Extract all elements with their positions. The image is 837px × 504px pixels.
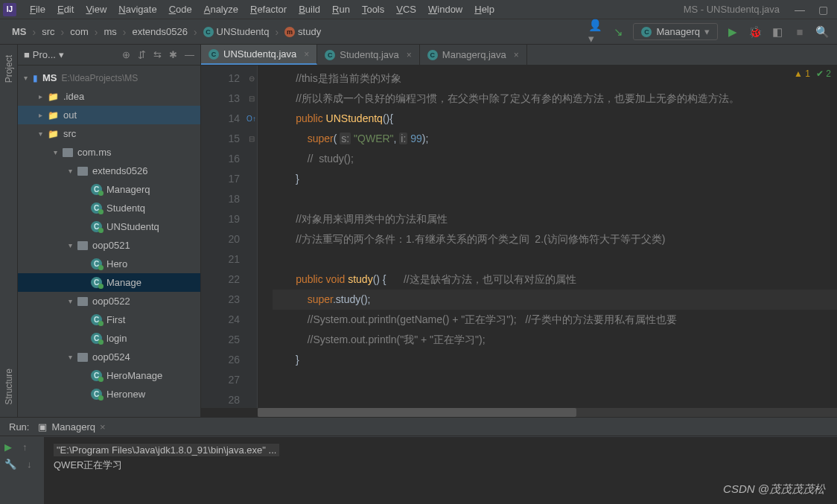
watermark: CSDN @茂茂茂茂松 <box>723 482 825 497</box>
tab-UNStudentq-java[interactable]: CUNStudentq.java× <box>201 45 317 65</box>
expand-icon[interactable]: ⇵ <box>138 49 146 60</box>
maximize-icon[interactable]: ▢ <box>818 4 828 16</box>
inspection-status[interactable]: ▲ 1 ✔ 2 <box>794 68 831 79</box>
locate-icon[interactable]: ⊕ <box>122 49 130 60</box>
editor-tabs: CUNStudentq.java×CStudentq.java×CManager… <box>201 45 837 66</box>
tree-src[interactable]: ▾📁src <box>18 124 200 143</box>
tree-oop0522[interactable]: ▾oop0522 <box>18 292 200 310</box>
tab-Studentq-java[interactable]: CStudentq.java× <box>317 45 420 65</box>
run-panel: ▶ ↑ 🔧 ↓ "E:\Program Files\Java\jdk1.8.0_… <box>0 436 837 504</box>
menu-run[interactable]: Run <box>326 1 356 17</box>
crumb-class[interactable]: CUNStudentq <box>199 25 274 39</box>
stop-icon[interactable]: ■ <box>792 25 807 39</box>
tree-oop0524[interactable]: ▾oop0524 <box>18 348 200 366</box>
crumb-method[interactable]: mstudy <box>280 25 325 39</box>
left-tool-strip: Project Structure <box>0 45 18 417</box>
close-icon[interactable]: × <box>407 50 412 60</box>
menu-file[interactable]: File <box>24 1 51 17</box>
menu-view[interactable]: View <box>80 1 112 17</box>
run-output[interactable]: "E:\Program Files\Java\jdk1.8.0_91\bin\j… <box>45 437 837 504</box>
menu-edit[interactable]: Edit <box>51 1 80 17</box>
menu-window[interactable]: Window <box>422 1 468 17</box>
tree-hero[interactable]: CHero <box>18 255 200 273</box>
code-content[interactable]: //this是指当前类的对象 //所以养成一个良好的编程习惯，在父类中除了定义有… <box>258 66 837 408</box>
settings-icon[interactable]: ✱ <box>169 49 177 60</box>
wrench-icon[interactable]: 🔧 <box>4 459 16 470</box>
run-command: "E:\Program Files\Java\jdk1.8.0_91\bin\j… <box>54 444 279 456</box>
tree-heromanage[interactable]: CHeroManage <box>18 366 200 385</box>
crumb-src[interactable]: src <box>37 25 59 39</box>
collapse-icon[interactable]: ⇆ <box>153 49 162 60</box>
window-title: MS - UNStudentq.java <box>684 4 780 15</box>
project-panel: ■ Pro... ▾ ⊕ ⇵ ⇆ ✱ — ▾▮MSE:\IdeaProjects… <box>18 45 201 417</box>
run-panel-header: Run: ▣ Managerq × <box>0 417 837 436</box>
menu-help[interactable]: Help <box>468 1 500 17</box>
gutter-marks: ⊖⊟O↑⊟ <box>246 66 258 408</box>
breadcrumb: MS › src › com › ms › extends0526 › CUNS… <box>7 25 325 39</box>
menu-refactor[interactable]: Refactor <box>244 1 293 17</box>
up-icon[interactable]: ↑ <box>22 441 28 453</box>
project-panel-header: ■ Pro... ▾ ⊕ ⇵ ⇆ ✱ — <box>18 45 200 66</box>
editor-area: CUNStudentq.java×CStudentq.java×CManager… <box>201 45 837 417</box>
project-panel-title[interactable]: ■ Pro... ▾ <box>24 49 64 60</box>
coverage-icon[interactable]: ◧ <box>770 25 785 39</box>
debug-icon[interactable]: 🐞 <box>748 25 763 39</box>
main-area: Project Structure ■ Pro... ▾ ⊕ ⇵ ⇆ ✱ — ▾… <box>0 45 837 417</box>
run-tools: ▶ ↑ 🔧 ↓ <box>0 437 45 504</box>
hammer-icon[interactable]: ↘ <box>611 25 626 39</box>
menu-vcs[interactable]: VCS <box>390 1 422 17</box>
project-tree[interactable]: ▾▮MSE:\IdeaProjects\MS ▸📁.idea ▸📁out ▾📁s… <box>18 66 200 417</box>
menu-code[interactable]: Code <box>163 1 198 17</box>
crumb-extends[interactable]: extends0526 <box>127 25 191 39</box>
run-label: Run: <box>9 421 29 433</box>
menubar: IJ FileEditViewNavigateCodeAnalyzeRefact… <box>0 0 837 19</box>
search-icon[interactable]: 🔍 <box>815 25 830 39</box>
menu-tools[interactable]: Tools <box>356 1 390 17</box>
tree-login[interactable]: Clogin <box>18 329 200 348</box>
tree-manage[interactable]: CManage <box>18 273 200 292</box>
run-config-tab[interactable]: ▣ Managerq × <box>38 421 105 433</box>
structure-tool-tab[interactable]: Structure <box>2 364 16 409</box>
menu-analyze[interactable]: Analyze <box>198 1 244 17</box>
run-icon[interactable]: ▶ <box>725 25 740 39</box>
crumb-ms[interactable]: ms <box>99 25 121 39</box>
menu-build[interactable]: Build <box>293 1 326 17</box>
app-icon: IJ <box>3 3 16 16</box>
toolbar: MS › src › com › ms › extends0526 › CUNS… <box>0 19 837 45</box>
user-icon[interactable]: 👤▾ <box>588 25 603 39</box>
line-numbers: 1213141516171819202122232425262728 <box>201 66 246 408</box>
tree-root[interactable]: ▾▮MSE:\IdeaProjects\MS <box>18 68 200 87</box>
down-icon[interactable]: ↓ <box>27 459 32 470</box>
project-tool-tab[interactable]: Project <box>2 51 16 87</box>
tree-managerq[interactable]: CManagerq <box>18 180 200 199</box>
tree-first[interactable]: CFirst <box>18 310 200 329</box>
tree-oop0521[interactable]: ▾oop0521 <box>18 236 200 255</box>
rerun-icon[interactable]: ▶ <box>4 441 12 453</box>
tree-out[interactable]: ▸📁out <box>18 106 200 124</box>
code-editor[interactable]: ▲ 1 ✔ 2 12131415161718192021222324252627… <box>201 66 837 408</box>
close-icon[interactable]: × <box>514 50 519 60</box>
run-output-line: QWER正在学习 <box>54 458 828 473</box>
crumb-com[interactable]: com <box>66 25 93 39</box>
hide-icon[interactable]: — <box>185 49 194 60</box>
tree-com-ms[interactable]: ▾com.ms <box>18 143 200 162</box>
tree-idea[interactable]: ▸📁.idea <box>18 87 200 106</box>
crumb-root[interactable]: MS <box>7 25 31 39</box>
minimize-icon[interactable]: — <box>795 4 805 16</box>
tab-Managerq-java[interactable]: CManagerq.java× <box>420 45 527 65</box>
close-icon[interactable]: × <box>304 49 309 60</box>
tree-studentq[interactable]: CStudentq <box>18 199 200 217</box>
tree-extends0526[interactable]: ▾extends0526 <box>18 162 200 180</box>
tree-heronew[interactable]: CHeronew <box>18 385 200 403</box>
horizontal-scrollbar[interactable] <box>258 408 837 417</box>
tree-unstudentq[interactable]: CUNStudentq <box>18 217 200 236</box>
run-config-selector[interactable]: C Managerq ▾ <box>633 23 718 40</box>
menu-navigate[interactable]: Navigate <box>112 1 162 17</box>
